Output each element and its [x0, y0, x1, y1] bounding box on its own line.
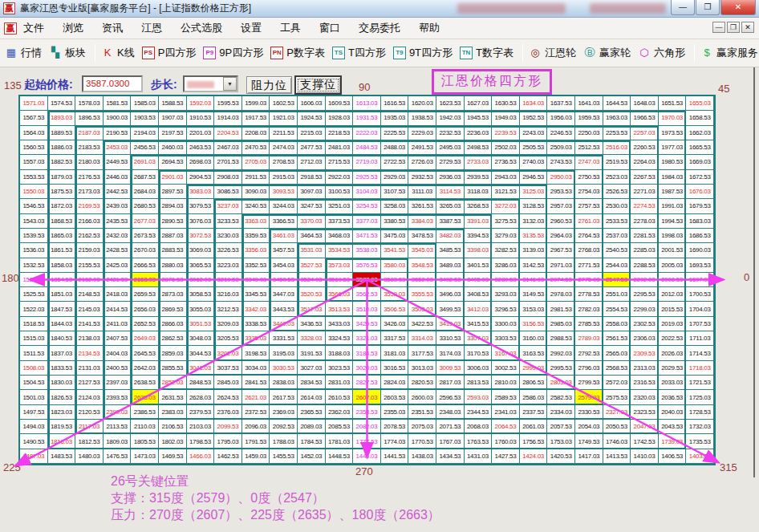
menu-item-资讯[interactable]: 资讯 — [102, 21, 123, 35]
toolbar-button-赢家轮[interactable]: Ⓑ赢家轮 — [583, 46, 631, 60]
grid-cell: 2824.03 — [381, 376, 409, 390]
menu-item-工具[interactable]: 工具 — [280, 21, 301, 35]
grid-cell: 2337.53 — [520, 405, 548, 420]
grid-cell: 3030.53 — [270, 361, 298, 376]
grid-cell: 1697.03 — [686, 273, 714, 287]
grid-cell: 2999.03 — [520, 361, 548, 376]
grid-cell: 2897.53 — [159, 185, 187, 199]
toolbar-button-9T四方形[interactable]: T99T四方形 — [393, 46, 453, 60]
toolbar-button-K线[interactable]: KK线 — [101, 46, 135, 60]
grid-cell: 2397.03 — [104, 376, 132, 390]
grid-cell: 3170.53 — [465, 346, 493, 360]
grid-cell: 3037.53 — [214, 361, 242, 376]
grid-cell: 2792.53 — [575, 346, 603, 360]
grid-cell: 3055.03 — [187, 302, 215, 316]
grid-cell: 2722.53 — [381, 155, 409, 169]
toolbar-button-T数字表[interactable]: TNT数字表 — [460, 46, 513, 60]
grid-cell: 2383.03 — [159, 405, 187, 420]
grid-cell: 2883.53 — [159, 243, 187, 258]
grid-cell: 2540.53 — [603, 243, 631, 258]
grid-cell: 2442.53 — [104, 185, 132, 199]
toolbar-button-P四方形[interactable]: PSP四方形 — [142, 46, 197, 60]
menu-item-公式选股[interactable]: 公式选股 — [181, 21, 222, 35]
赢家服务-icon: $ — [700, 47, 713, 59]
mdi-minimize-button[interactable]: — — [712, 22, 725, 33]
grid-cell: 2729.53 — [436, 155, 465, 169]
toolbar-button-六角形[interactable]: ⬡六角形 — [638, 46, 685, 60]
grid-cell: 1714.53 — [686, 346, 714, 360]
grid-cell: 3163.53 — [520, 346, 548, 360]
menu-item-文件[interactable]: 文件 — [23, 21, 44, 35]
price-grid: 1571.031574.531578.031581.531585.031588.… — [20, 96, 714, 464]
grid-cell: 2547.53 — [603, 273, 631, 287]
grid-cell: 1511.53 — [20, 346, 48, 360]
toolbar-button-板块[interactable]: ▚板块 — [49, 46, 86, 60]
grid-cell: 2911.53 — [242, 170, 270, 185]
chevron-down-icon[interactable]: ▼ — [223, 77, 237, 91]
step-combobox[interactable]: ▼ — [183, 75, 238, 92]
grid-cell: 1518.53 — [20, 317, 48, 331]
toolbar-button-江恩轮[interactable]: ◎江恩轮 — [529, 46, 576, 60]
T四方形-icon: TS — [332, 47, 345, 59]
toolbar-button-9P四方形[interactable]: P99P四方形 — [203, 46, 263, 60]
mdi-restore-button[interactable]: ❐ — [727, 22, 740, 33]
start-price-input[interactable]: 3587.0300 — [82, 75, 143, 92]
grid-cell: 2138.03 — [75, 331, 104, 346]
grid-cell: 2873.03 — [159, 287, 187, 302]
grid-cell: 2351.53 — [408, 405, 436, 420]
grid-cell: 3478.53 — [408, 229, 436, 243]
grid-cell: 2372.53 — [242, 405, 270, 420]
gann-square-grid[interactable]: 1571.031574.531578.031581.531585.031588.… — [18, 95, 716, 465]
grid-cell: 2078.53 — [381, 420, 409, 434]
toolbar-button-P数字表[interactable]: PNP数字表 — [270, 46, 325, 60]
support-button[interactable]: 支撑位 — [294, 75, 342, 95]
grid-cell: 2463.53 — [187, 140, 215, 155]
maximize-button[interactable]: ❐ — [696, 0, 720, 15]
grid-cell: 2421.53 — [104, 273, 132, 287]
grid-cell: 2134.53 — [75, 346, 104, 360]
angle-label-90: 90 — [359, 81, 370, 93]
grid-cell: 1490.53 — [20, 434, 48, 449]
close-button[interactable]: ✕ — [720, 0, 756, 15]
grid-cell: 2708.53 — [270, 155, 298, 169]
toolbar-button-T四方形[interactable]: TST四方形 — [332, 46, 386, 60]
grid-cell: 2866.03 — [159, 317, 187, 331]
mdi-close-button[interactable]: ✕ — [741, 22, 754, 33]
grid-cell: 3083.03 — [187, 185, 215, 199]
K线-icon: K — [101, 47, 114, 59]
grid-cell: 1721.53 — [686, 376, 714, 390]
menu-item-设置[interactable]: 设置 — [241, 21, 262, 35]
grid-cell: 2992.03 — [547, 346, 575, 360]
grid-cell: 1616.53 — [381, 96, 409, 111]
grid-cell: 3202.03 — [214, 346, 242, 360]
menu-item-浏览[interactable]: 浏览 — [63, 21, 83, 35]
grid-cell: 3506.53 — [381, 302, 409, 316]
menu-item-帮助[interactable]: 帮助 — [419, 21, 440, 35]
grid-cell: 2810.03 — [492, 376, 520, 390]
grid-cell: 2971.03 — [547, 258, 575, 273]
toolbar-button-赢家服务[interactable]: $赢家服务 — [700, 46, 758, 60]
title-bar[interactable]: 赢 赢家江恩专业版[赢家服务平台] - [上证指数价格正方形] — ❐ ✕ — [0, 0, 759, 18]
grid-cell: 1935.03 — [381, 111, 409, 125]
P四方形-icon: PS — [142, 47, 155, 59]
grid-cell: 2915.03 — [270, 170, 298, 185]
grid-cell: 2414.53 — [104, 302, 132, 316]
grid-cell: 2740.03 — [520, 155, 548, 169]
toolbar-button-行情[interactable]: ▦行情 — [5, 46, 42, 60]
grid-cell: 3440.03 — [270, 317, 298, 331]
grid-cell: 1644.53 — [603, 96, 631, 111]
grid-cell: 3044.53 — [187, 346, 215, 360]
grid-cell: 2043.53 — [659, 420, 687, 434]
grid-cell: 1522.03 — [20, 302, 48, 316]
江恩轮-icon: ◎ — [529, 47, 542, 59]
grid-cell: 1812.53 — [75, 434, 104, 449]
grid-cell: 1963.03 — [603, 111, 631, 125]
grid-cell: 3265.03 — [436, 199, 465, 213]
minimize-button[interactable]: — — [671, 0, 695, 15]
menu-item-交易委托[interactable]: 交易委托 — [359, 21, 400, 35]
resistance-button[interactable]: 阻力位 — [246, 76, 292, 94]
menu-item-窗口[interactable]: 窗口 — [319, 21, 340, 35]
grid-cell: 1938.53 — [408, 111, 436, 125]
grid-cell: 3216.03 — [214, 287, 242, 302]
menu-item-江恩[interactable]: 江恩 — [141, 21, 162, 35]
